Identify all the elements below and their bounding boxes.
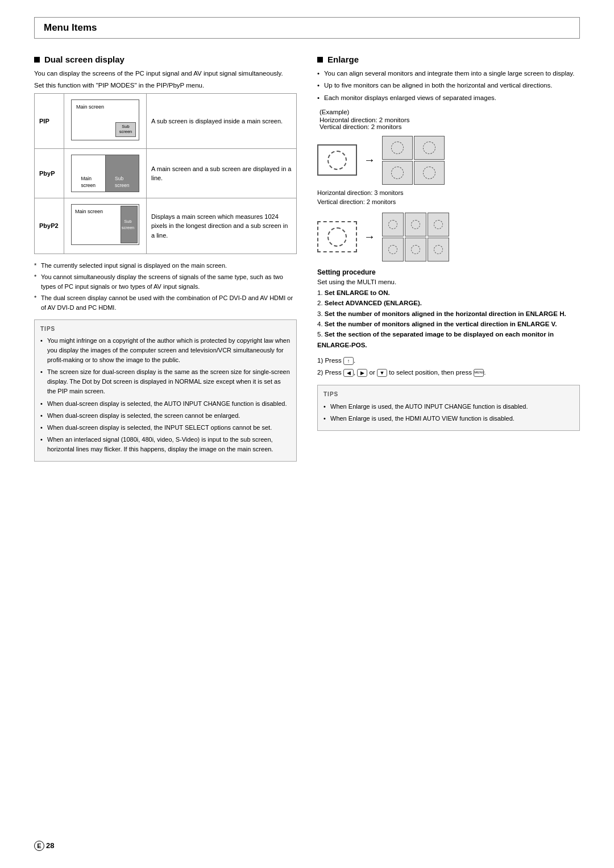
note-item: You cannot simultaneously display the sc… [34,272,297,292]
circle-dashed-xs [434,245,443,254]
pip-label: PIP [35,93,64,149]
button-icon-4: ▼ [377,369,387,377]
enlarge-tips-item: When Enlarge is used, the HDMI AUTO VIEW… [323,414,574,423]
enlarge-tips-item: When Enlarge is used, the AUTO INPUT CHA… [323,402,574,412]
monitor-diagram-row1: → [317,136,580,185]
step-text: Set the number of monitors aligned in th… [325,321,557,327]
pbyp2-desc: Displays a main screen which measures 10… [147,198,297,254]
tips-item: You might infringe on a copyright of the… [40,336,291,365]
dual-screen-tips-box: TIPS You might infringe on a copyright o… [34,319,297,462]
pbyp2-diagram-cell: Main screen Subscreen [64,198,147,254]
pbyp-label: PbyP [35,149,64,198]
pbyp2-diagram: Main screen Subscreen [71,204,139,245]
monitor-cell [382,213,404,236]
enlarge-example: (Example) Horizontal direction: 2 monito… [320,109,580,130]
enlarge-tips-label: TIPS [323,390,574,399]
monitor-diagram-row2: → [317,213,580,261]
monitor-cell [405,238,426,261]
circle-dashed-xs [388,245,397,254]
circle-dashed-sm [391,142,404,154]
section-square-icon [34,57,40,63]
pbyp2-sub-label: Subscreen [121,218,135,231]
dual-screen-section-title: Dual screen display [34,55,297,64]
circle-dashed-sm [423,167,435,179]
setting-steps: 1. Set ENLARGE to ON. 2. Select ADVANCED… [317,288,580,350]
monitor-cell [428,213,449,236]
monitor-cell [382,238,404,261]
button-icon-1: ↑ [343,357,354,365]
note-item: The dual screen display cannot be used w… [34,293,297,313]
example-caption1: Horizontal direction: 2 monitors [320,117,580,123]
step-item: 4. Set the number of monitors aligned in… [317,319,580,329]
arrow-icon: → [364,153,375,167]
left-column: Dual screen display You can display the … [34,55,297,462]
page-number-circle: E [34,841,44,851]
button-icon-2: ◀ [343,369,354,377]
sub-step-2: 2) Press ◀, ▶ or ▼ to select position, t… [317,367,580,379]
monitor-grid-2x2 [382,136,445,185]
dual-screen-intro2: Set this function with "PIP MODES" in th… [34,81,297,90]
tips-item: When dual-screen display is selected, th… [40,423,291,433]
circle-dashed-sm [391,167,404,179]
monitor-cell [428,238,449,261]
table-row: PIP Main screen Subscreen A sub screen i… [35,93,297,149]
monitor-cell [414,136,445,160]
page-container: Menu Items Dual screen display You can d… [0,0,614,868]
page-title: Menu Items [44,22,570,34]
pbyp2-sub-box: Subscreen [121,206,138,243]
monitor-caption2: Horizontal direction: 3 monitorsVertical… [317,188,580,207]
monitor-cell [382,136,413,160]
tips-item: When an interlaced signal (1080i, 480i, … [40,435,291,454]
tips-item: The screen size for dual-screen display … [40,367,291,396]
enlarge-bullets: You can align several monitors and integ… [317,69,580,103]
step-text: Set the number of monitors aligned in th… [325,310,566,317]
pip-diagram-cell: Main screen Subscreen [64,93,147,149]
tips-item: When dual-screen display is selected, th… [40,411,291,421]
enlarge-section-title: Enlarge [317,55,580,64]
pip-main-label: Main screen [76,103,104,111]
pbyp-desc: A main screen and a sub screen are displ… [147,149,297,198]
circle-dashed-xs [411,220,420,229]
page-number: E28 [34,841,54,851]
enlarge-tips-list: When Enlarge is used, the AUTO INPUT CHA… [323,402,574,423]
monitor-cell [414,161,445,185]
table-row: PbyP Mainscreen Subscreen A main screen … [35,149,297,198]
circle-dashed-xs [411,245,420,254]
sub-steps: 1) Press ↑. 2) Press ◀, ▶ or ▼ to select… [317,355,580,378]
pbyp2-main-label: Main screen [75,208,103,216]
monitor-cell [382,161,413,185]
circle-dashed-xs [388,220,397,229]
enlarge-tips-box: TIPS When Enlarge is used, the AUTO INPU… [317,385,580,431]
pbyp-main: Mainscreen [72,155,106,192]
pip-table: PIP Main screen Subscreen A sub screen i… [34,93,297,254]
pbyp-sub: Subscreen [106,155,139,192]
enlarge-section-square-icon [317,57,323,63]
pbyp-diagram-cell: Mainscreen Subscreen [64,149,147,198]
enlarge-bullet: You can align several monitors and integ… [317,69,580,78]
two-column-layout: Dual screen display You can display the … [34,55,580,462]
monitor-single-dashed [317,221,357,252]
step-item: 3. Set the number of monitors aligned in… [317,309,580,319]
monitor-single [317,144,357,176]
step-item: 2. Select ADVANCED (ENLARGE). [317,298,580,308]
circle-dashed2 [327,227,347,247]
pbyp-diagram: Mainscreen Subscreen [71,155,139,192]
arrow-icon2: → [364,230,375,243]
dual-screen-notes: The currently selected input signal is d… [34,261,297,313]
setting-proc-title: Setting procedure [317,268,580,276]
step-text: Set the section of the separated image t… [317,331,554,348]
dual-screen-intro1: You can display the screens of the PC in… [34,69,297,78]
pip-sub-box: Subscreen [115,122,136,137]
enlarge-bullet: Up to five monitors can be aligned in bo… [317,81,580,90]
button-icon-menu: MENU [474,369,484,377]
button-icon-3: ▶ [357,369,367,377]
circle-dashed-xs [434,220,443,229]
step-item: 1. Set ENLARGE to ON. [317,288,580,298]
step-item: 5. Set the section of the separated imag… [317,329,580,350]
monitor-grid-3x2 [382,213,449,261]
page-header: Menu Items [34,17,580,39]
table-row: PbyP2 Main screen Subscreen Displays a m… [35,198,297,254]
enlarge-bullet: Each monitor displays enlarged views of … [317,93,580,103]
example-caption2: Vertical direction: 2 monitors [320,123,580,130]
pip-diagram: Main screen Subscreen [71,99,139,140]
